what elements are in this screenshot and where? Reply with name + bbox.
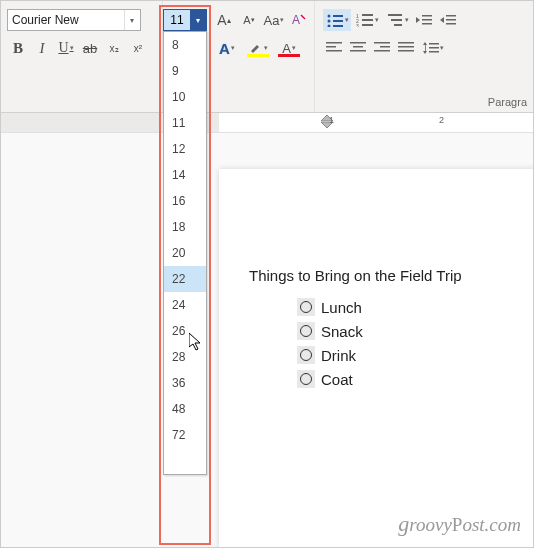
checkbox-icon [297, 346, 315, 364]
size-option-9[interactable]: 9 [164, 58, 206, 84]
svg-rect-10 [362, 19, 373, 21]
size-option-18[interactable]: 18 [164, 214, 206, 240]
svg-rect-18 [422, 23, 432, 25]
size-option-28[interactable]: 28 [164, 344, 206, 370]
underline-button[interactable]: U▾ [55, 37, 77, 59]
clear-formatting-button[interactable]: A [288, 9, 310, 31]
strikethrough-button[interactable]: ab [79, 37, 101, 59]
checkbox-icon [297, 370, 315, 388]
checkbox-icon [297, 322, 315, 340]
size-option-14[interactable]: 14 [164, 162, 206, 188]
size-option-blank[interactable]: . [164, 448, 206, 474]
svg-point-5 [327, 25, 330, 28]
document-title: Things to Bring on the Field Trip [249, 267, 529, 284]
checkbox-icon [297, 298, 315, 316]
svg-rect-4 [333, 20, 343, 22]
svg-rect-2 [333, 15, 343, 17]
size-option-16[interactable]: 16 [164, 188, 206, 214]
justify-button[interactable] [395, 37, 417, 59]
svg-rect-17 [422, 19, 432, 21]
align-right-button[interactable] [371, 37, 393, 59]
size-option-24[interactable]: 24 [164, 292, 206, 318]
svg-rect-32 [374, 50, 390, 52]
ribbon: Courier New ▾ B I U▾ ab x₂ x² 11 ▾ A▴ A▾… [1, 1, 533, 113]
italic-button[interactable]: I [31, 37, 53, 59]
subscript-button[interactable]: x₂ [103, 37, 125, 59]
size-option-11[interactable]: 11 [164, 110, 206, 136]
size-option-22[interactable]: 22 [164, 266, 206, 292]
font-group: Courier New ▾ B I U▾ ab x₂ x² [1, 1, 163, 112]
font-name-value: Courier New [12, 13, 79, 27]
svg-rect-13 [388, 14, 402, 16]
size-option-12[interactable]: 12 [164, 136, 206, 162]
decrease-indent-button[interactable] [413, 9, 435, 31]
change-case-button[interactable]: Aa▾ [263, 9, 285, 31]
align-left-button[interactable] [323, 37, 345, 59]
grow-font-button[interactable]: A▴ [213, 9, 235, 31]
size-option-20[interactable]: 20 [164, 240, 206, 266]
size-option-36[interactable]: 36 [164, 370, 206, 396]
chevron-down-icon[interactable]: ▾ [190, 10, 206, 30]
document-area: 12 Things to Bring on the Field Trip Lun… [1, 113, 533, 547]
shrink-font-button[interactable]: A▾ [238, 9, 260, 31]
size-option-48[interactable]: 48 [164, 396, 206, 422]
svg-text:3: 3 [356, 23, 359, 27]
chevron-down-icon[interactable]: ▾ [124, 10, 138, 30]
svg-rect-14 [391, 19, 402, 21]
highlight-button[interactable]: ▾ [244, 37, 272, 59]
list-item: Drink [297, 346, 529, 364]
bullets-button[interactable]: ▾ [323, 9, 351, 31]
svg-rect-39 [429, 43, 439, 45]
list-item: Coat [297, 370, 529, 388]
size-option-26[interactable]: 26 [164, 318, 206, 344]
svg-rect-38 [425, 45, 426, 51]
font-name-combo[interactable]: Courier New ▾ [7, 9, 141, 31]
svg-rect-28 [350, 50, 366, 52]
svg-rect-41 [429, 51, 439, 53]
svg-rect-31 [380, 46, 390, 48]
list-item: Lunch [297, 298, 529, 316]
svg-text:A: A [292, 13, 300, 27]
increase-indent-button[interactable] [437, 9, 459, 31]
size-option-10[interactable]: 10 [164, 84, 206, 110]
ruler[interactable]: 12 [1, 113, 533, 133]
svg-point-1 [327, 15, 330, 18]
font-size-combo[interactable]: 11 ▾ [163, 9, 207, 31]
font-color-button[interactable]: A ▾ [275, 37, 303, 59]
superscript-button[interactable]: x² [127, 37, 149, 59]
list-item-label: Drink [321, 347, 356, 364]
multilevel-button[interactable]: ▾ [383, 9, 411, 31]
svg-rect-21 [446, 23, 456, 25]
page: Things to Bring on the Field Trip LunchS… [219, 169, 534, 548]
svg-rect-35 [398, 46, 414, 48]
size-option-72[interactable]: 72 [164, 422, 206, 448]
svg-rect-34 [398, 42, 414, 44]
font-size-dropdown[interactable]: 891011121416182022242628364872. [163, 31, 207, 475]
list-item-label: Snack [321, 323, 363, 340]
text-effects-button[interactable]: A▾ [213, 37, 241, 59]
svg-rect-26 [350, 42, 366, 44]
svg-rect-6 [333, 25, 343, 27]
align-center-button[interactable] [347, 37, 369, 59]
svg-rect-15 [394, 24, 402, 26]
ruler-mark: 1 [329, 115, 334, 125]
paragraph-label: Paragra [488, 96, 527, 108]
svg-point-3 [327, 20, 330, 23]
svg-rect-20 [446, 19, 456, 21]
svg-rect-19 [446, 15, 456, 17]
svg-rect-40 [429, 47, 439, 49]
line-spacing-button[interactable]: ▾ [419, 37, 447, 59]
watermark: groovyPost.com [398, 511, 521, 537]
list-item-label: Lunch [321, 299, 362, 316]
svg-rect-27 [353, 46, 363, 48]
size-option-8[interactable]: 8 [164, 32, 206, 58]
svg-rect-30 [374, 42, 390, 44]
checklist: LunchSnackDrinkCoat [297, 298, 529, 388]
svg-rect-36 [398, 50, 414, 52]
paragraph-group: ▾ 123▾ ▾ [314, 1, 533, 112]
svg-rect-22 [326, 42, 342, 44]
ruler-mark: 2 [439, 115, 444, 125]
numbering-button[interactable]: 123▾ [353, 9, 381, 31]
bold-button[interactable]: B [7, 37, 29, 59]
list-item: Snack [297, 322, 529, 340]
